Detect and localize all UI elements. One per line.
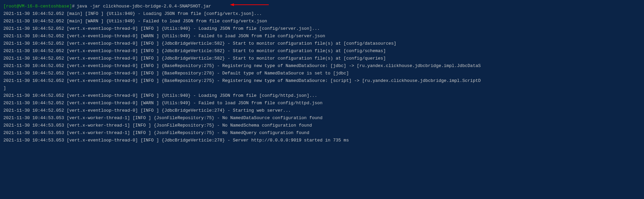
log-line: 2021-11-30 10:44:52.052 [vert.x-eventloo…	[3, 92, 641, 100]
shell-prompt-line[interactable]: [ root@VM-16-8-centos hbase ] # java -ja…	[3, 3, 641, 10]
log-line: 2021-11-30 10:44:53.053 [vert.x-worker-t…	[3, 122, 641, 129]
log-line: 2021-11-30 10:44:53.053 [vert.x-worker-t…	[3, 114, 641, 122]
log-line: 2021-11-30 10:44:52.052 [vert.x-eventloo…	[3, 107, 641, 114]
prompt-user-host: root@VM-16-8-centos	[6, 3, 56, 10]
log-line: 2021-11-30 10:44:52.052 [vert.x-eventloo…	[3, 47, 641, 55]
log-line: 2021-11-30 10:44:52.052 [vert.x-eventloo…	[3, 100, 641, 107]
command-text: java -jar clickhouse-jdbc-bridge-2.0.4-S…	[77, 3, 211, 10]
log-line: 2021-11-30 10:44:52.052 [main] [WARN ] {…	[3, 18, 641, 25]
log-output: 2021-11-30 10:44:52.052 [main] [INFO ] {…	[3, 10, 641, 144]
log-line: 2021-11-30 10:44:52.052 [vert.x-eventloo…	[3, 70, 641, 77]
prompt-open-bracket: [	[3, 3, 6, 10]
log-line: 2021-11-30 10:44:52.052 [vert.x-eventloo…	[3, 77, 641, 85]
log-line: 2021-11-30 10:44:53.053 [vert.x-eventloo…	[3, 137, 641, 144]
log-line: 2021-11-30 10:44:52.052 [vert.x-eventloo…	[3, 25, 641, 32]
log-line: 2021-11-30 10:44:52.052 [vert.x-eventloo…	[3, 62, 641, 70]
log-line: 2021-11-30 10:44:53.053 [vert.x-worker-t…	[3, 129, 641, 137]
log-line: 2021-11-30 10:44:52.052 [vert.x-eventloo…	[3, 55, 641, 62]
prompt-cwd: hbase	[56, 3, 69, 10]
log-line: 2021-11-30 10:44:52.052 [vert.x-eventloo…	[3, 40, 641, 47]
log-line: 2021-11-30 10:44:52.052 [vert.x-eventloo…	[3, 32, 641, 40]
prompt-hash: #	[72, 3, 75, 10]
prompt-close-bracket: ]	[69, 3, 72, 10]
log-line: ]	[3, 85, 641, 92]
log-line: 2021-11-30 10:44:52.052 [main] [INFO ] {…	[3, 10, 641, 18]
